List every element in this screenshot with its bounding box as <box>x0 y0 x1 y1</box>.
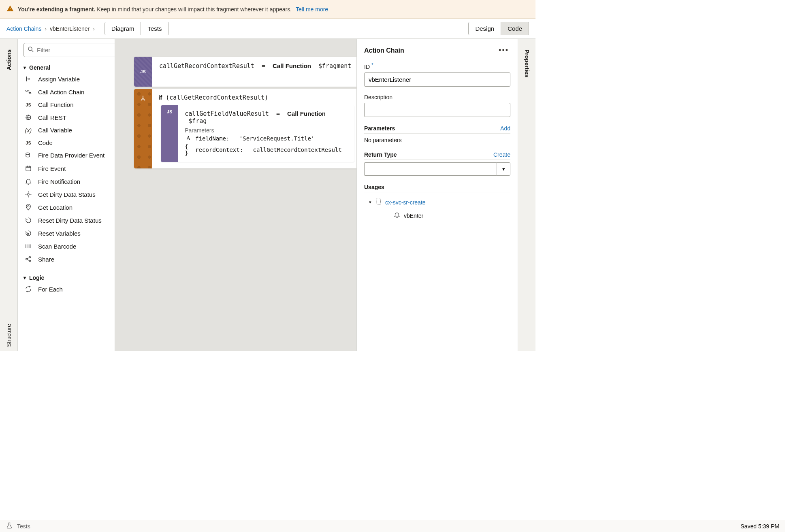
canvas-block-call-function-1[interactable]: JS callGetRecordContextResult = Call Fun… <box>134 57 356 87</box>
chain-icon <box>23 88 33 96</box>
rail-tab-structure[interactable]: Structure <box>4 320 14 351</box>
action-label: Fire Notification <box>38 178 80 185</box>
rest-icon <box>23 114 33 121</box>
svg-rect-18 <box>376 199 381 204</box>
canvas-block-if[interactable]: if (callGetRecordContextResult) JS callG… <box>134 89 356 168</box>
breadcrumb-current: vbEnterListener <box>50 26 90 32</box>
string-type-icon: A <box>185 135 192 142</box>
block-type-icon: JS <box>134 57 152 87</box>
svg-point-8 <box>28 206 29 207</box>
usage-link[interactable]: cx-svc-sr-create <box>385 199 426 206</box>
action-label: Reset Dirty Data Status <box>38 217 102 224</box>
action-call-function[interactable]: JS Call Function <box>18 98 115 111</box>
breadcrumb-root[interactable]: Action Chains <box>6 26 41 32</box>
actions-panel: ••• ▾ General Assign Variable Call Actio… <box>18 39 115 351</box>
return-type-select[interactable]: ▾ <box>364 162 510 176</box>
svg-rect-14 <box>30 245 31 248</box>
action-label: Fire Data Provider Event <box>38 152 105 159</box>
action-label: Reset Variables <box>38 230 81 237</box>
action-label: Call Action Chain <box>38 89 84 96</box>
design-code-tabs: Design Code <box>468 22 529 35</box>
category-general[interactable]: ▾ General <box>18 61 115 72</box>
page-icon <box>375 198 382 206</box>
usage-sub-item[interactable]: vbEnter <box>364 211 510 220</box>
action-code[interactable]: JS Code <box>18 136 115 149</box>
tab-design[interactable]: Design <box>469 22 501 35</box>
action-fire-notification[interactable]: Fire Notification <box>18 175 115 188</box>
fragment-extend-banner: You're extending a fragment. Keep in min… <box>0 0 535 19</box>
filter-input-wrapper <box>23 43 115 57</box>
usage-sub-label: vbEnter <box>404 213 423 219</box>
action-label: Get Location <box>38 204 73 211</box>
if-block-content: if (callGetRecordContextResult) JS callG… <box>152 89 356 168</box>
banner-text: You're extending a fragment. Keep in min… <box>18 6 328 13</box>
database-event-icon <box>23 152 33 159</box>
filter-input[interactable] <box>37 47 114 53</box>
chevron-down-icon: ▾ <box>502 166 505 172</box>
action-for-each[interactable]: For Each <box>18 283 115 296</box>
svg-text:x: x <box>28 232 29 235</box>
svg-rect-11 <box>27 245 27 248</box>
action-label: Share <box>38 256 54 263</box>
action-label: Call REST <box>38 114 66 121</box>
action-label: Fire Event <box>38 165 66 172</box>
rail-tab-properties[interactable]: Properties <box>522 45 532 81</box>
chevron-right-icon: › <box>45 26 47 32</box>
block-content: callGetFieldValueResult = Call Function … <box>178 105 354 162</box>
return-type-input[interactable] <box>364 162 497 176</box>
action-share[interactable]: Share <box>18 253 115 266</box>
svg-point-0 <box>28 47 32 51</box>
no-parameters-text: No parameters <box>364 137 510 143</box>
rail-tab-actions[interactable]: Actions <box>4 45 14 74</box>
chevron-right-icon: › <box>93 26 95 32</box>
dirty-status-icon <box>23 191 33 198</box>
action-get-location[interactable]: Get Location <box>18 201 115 214</box>
return-type-label: Return Type <box>364 151 397 158</box>
action-fire-data-provider-event[interactable]: Fire Data Provider Event <box>18 149 115 162</box>
action-label: Call Function <box>38 101 74 108</box>
svg-rect-2 <box>26 90 28 92</box>
reset-dirty-icon <box>23 217 33 224</box>
svg-rect-13 <box>29 245 30 248</box>
add-parameter-button[interactable]: Add <box>500 125 510 132</box>
svg-point-5 <box>26 153 30 155</box>
canvas-block-call-function-2[interactable]: JS callGetFieldValueResult = Call Functi… <box>161 105 354 162</box>
right-rail: Properties <box>518 39 535 351</box>
action-call-action-chain[interactable]: Call Action Chain <box>18 85 115 98</box>
create-return-type-button[interactable]: Create <box>493 151 510 158</box>
id-field[interactable] <box>364 72 510 87</box>
variable-icon: (x) <box>23 127 33 134</box>
code-icon: JS <box>23 140 33 145</box>
loop-icon <box>23 285 33 293</box>
bell-icon <box>393 211 401 220</box>
js-function-icon: JS <box>23 102 33 107</box>
warning-icon <box>6 5 14 13</box>
search-icon <box>27 46 34 54</box>
properties-panel: Action Chain ••• ID* Description Paramet… <box>356 39 518 351</box>
action-label: Assign Variable <box>38 76 80 83</box>
action-scan-barcode[interactable]: Scan Barcode <box>18 240 115 253</box>
tab-tests[interactable]: Tests <box>141 22 168 35</box>
usage-item[interactable]: ▾ cx-svc-sr-create <box>364 198 510 206</box>
block-type-icon: JS <box>161 105 178 162</box>
barcode-icon <box>23 243 33 250</box>
diagram-canvas[interactable]: JS callGetRecordContextResult = Call Fun… <box>115 39 356 351</box>
description-field[interactable] <box>364 103 510 117</box>
action-call-variable[interactable]: (x) Call Variable <box>18 124 115 136</box>
banner-learn-more-link[interactable]: Tell me more <box>296 6 328 13</box>
id-label: ID* <box>364 64 510 70</box>
action-reset-dirty-data-status[interactable]: Reset Dirty Data Status <box>18 214 115 227</box>
tab-diagram[interactable]: Diagram <box>105 22 141 35</box>
properties-more-menu[interactable]: ••• <box>497 45 510 56</box>
action-get-dirty-data-status[interactable]: Get Dirty Data Status <box>18 188 115 201</box>
action-assign-variable[interactable]: Assign Variable <box>18 72 115 85</box>
tab-code[interactable]: Code <box>501 22 529 35</box>
action-label: For Each <box>38 286 63 293</box>
if-block-icon <box>134 89 152 168</box>
action-fire-event[interactable]: Fire Event <box>18 162 115 175</box>
category-logic[interactable]: ▾ Logic <box>18 271 115 283</box>
return-type-dropdown-button[interactable]: ▾ <box>497 162 510 176</box>
action-call-rest[interactable]: Call REST <box>18 111 115 124</box>
description-label: Description <box>364 94 510 100</box>
action-reset-variables[interactable]: x Reset Variables <box>18 227 115 240</box>
